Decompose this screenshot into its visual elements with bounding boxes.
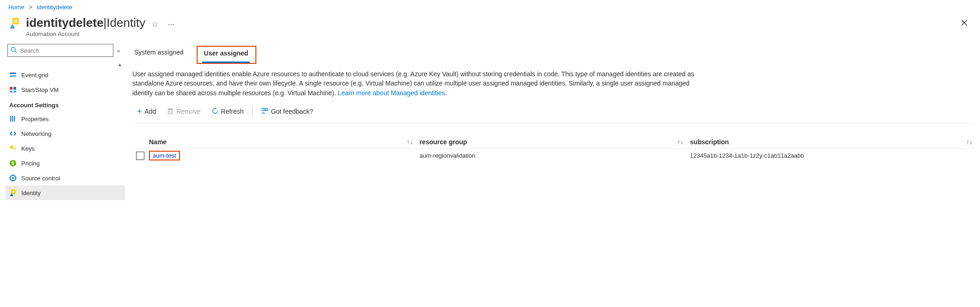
sidebar-item-label: Networking — [21, 130, 51, 137]
page-title-name: identitydelete — [26, 16, 104, 30]
feedback-button[interactable]: Got feedback? — [256, 105, 318, 118]
svg-point-21 — [12, 177, 14, 179]
svg-rect-25 — [168, 109, 173, 110]
tab-user-assigned[interactable]: User assigned — [202, 47, 250, 63]
remove-button[interactable]: Remove — [162, 106, 205, 117]
svg-rect-7 — [10, 75, 16, 77]
identity-name-link[interactable]: aum-test — [149, 151, 180, 160]
tab-description: User assigned managed identities enable … — [132, 64, 701, 99]
refresh-button[interactable]: Refresh — [207, 106, 248, 117]
svg-rect-6 — [10, 73, 16, 74]
feedback-icon — [261, 107, 268, 116]
refresh-icon — [212, 108, 218, 116]
svg-point-3 — [11, 25, 14, 28]
column-resource-group[interactable]: resource group — [420, 138, 467, 146]
sidebar-item-label: Event grid — [21, 72, 49, 79]
svg-rect-8 — [10, 87, 12, 90]
svg-line-5 — [15, 51, 17, 53]
favorite-button[interactable]: ☆ — [149, 17, 161, 31]
add-button[interactable]: + Add — [132, 105, 161, 118]
sidebar-item-keys[interactable]: Keys — [6, 141, 125, 156]
row-resource-group: aum-regionvalidation — [420, 152, 690, 159]
breadcrumb-separator: > — [29, 4, 32, 11]
sidebar-section-account-settings: Account Settings — [6, 97, 125, 111]
search-icon — [11, 47, 17, 55]
svg-rect-11 — [13, 91, 16, 92]
row-subscription: 12345a1b-1234-1a1b-1z2y-c1ab11a2aabb — [690, 152, 961, 159]
svg-rect-12 — [10, 116, 11, 122]
page-title-section: Identity — [106, 16, 145, 30]
svg-rect-17 — [15, 148, 16, 150]
sidebar-item-properties[interactable]: Properties — [6, 111, 125, 126]
toolbar: + Add Remove Refresh Got feedbac — [132, 99, 974, 123]
table-row: aum-test aum-regionvalidation 12345a1b-1… — [132, 149, 974, 163]
column-name[interactable]: Name — [149, 138, 167, 146]
keys-icon — [9, 145, 17, 152]
more-button[interactable]: ⋯ — [165, 17, 178, 31]
page-title: identitydelete | Identity ☆ ⋯ — [26, 16, 178, 31]
automation-account-icon — [8, 17, 21, 30]
sidebar-item-networking[interactable]: Networking — [6, 126, 125, 141]
column-subscription[interactable]: subscription — [690, 138, 729, 146]
svg-point-4 — [11, 47, 15, 51]
sidebar-item-label: Source control — [21, 175, 60, 182]
breadcrumb-home[interactable]: Home — [8, 4, 25, 11]
event-grid-icon — [9, 71, 17, 79]
sidebar-item-label: Properties — [21, 116, 49, 123]
sort-icon[interactable]: ↑↓ — [677, 138, 683, 146]
identity-icon — [9, 189, 17, 196]
search-box[interactable] — [7, 44, 113, 57]
collapse-sidebar-button[interactable]: « — [117, 47, 120, 54]
callout-box-user-assigned-tab: User assigned — [197, 46, 257, 64]
identity-table: Name ↑↓ resource group ↑↓ subscription ↑… — [132, 135, 974, 163]
breadcrumb: Home > identitydelete — [0, 0, 980, 12]
svg-rect-9 — [13, 87, 16, 90]
breadcrumb-current[interactable]: identitydelete — [37, 4, 73, 11]
add-label: Add — [145, 108, 156, 115]
sidebar: « ▲ Event grid Start/Stop VM Account Set… — [0, 42, 125, 200]
sidebar-item-identity[interactable]: Identity — [6, 185, 125, 200]
plus-icon: + — [137, 107, 142, 117]
sidebar-item-pricing[interactable]: $ Pricing — [6, 156, 125, 171]
trash-icon — [167, 108, 174, 116]
svg-point-23 — [12, 191, 14, 193]
sidebar-item-label: Identity — [21, 190, 41, 196]
svg-rect-10 — [10, 91, 12, 92]
sort-icon[interactable]: ↑↓ — [407, 138, 413, 146]
source-control-icon — [9, 174, 17, 182]
svg-point-28 — [262, 108, 265, 111]
svg-point-2 — [15, 20, 17, 22]
sidebar-item-label: Pricing — [21, 160, 40, 167]
close-button[interactable] — [957, 15, 972, 31]
refresh-label: Refresh — [221, 108, 244, 115]
page-title-sep: | — [104, 16, 107, 30]
remove-label: Remove — [176, 108, 200, 115]
table-header: Name ↑↓ resource group ↑↓ subscription ↑… — [132, 135, 974, 149]
sidebar-item-label: Start/Stop VM — [21, 86, 59, 93]
sort-icon[interactable]: ↑↓ — [966, 138, 973, 146]
search-input[interactable] — [19, 47, 110, 55]
page-subtitle: Automation Account — [0, 31, 980, 42]
properties-icon — [9, 115, 17, 123]
toolbar-divider — [252, 107, 253, 116]
page-header: identitydelete | Identity ☆ ⋯ — [0, 12, 980, 31]
svg-rect-29 — [265, 109, 268, 111]
svg-rect-24 — [168, 109, 173, 114]
feedback-label: Got feedback? — [271, 108, 313, 115]
svg-text:$: $ — [12, 161, 14, 166]
tabs: System assigned User assigned — [132, 42, 974, 64]
svg-rect-13 — [12, 116, 13, 122]
sidebar-item-source-control[interactable]: Source control — [6, 171, 125, 185]
row-checkbox[interactable] — [136, 152, 144, 160]
sidebar-item-startstop-vm[interactable]: Start/Stop VM — [6, 82, 125, 97]
pricing-icon: $ — [9, 160, 17, 167]
svg-rect-14 — [14, 116, 15, 122]
tab-system-assigned[interactable]: System assigned — [132, 46, 186, 64]
scroll-up-icon: ▲ — [118, 62, 122, 67]
startstop-vm-icon — [9, 86, 17, 93]
sidebar-item-label: Keys — [21, 145, 35, 152]
main-content: System assigned User assigned User assig… — [125, 42, 980, 200]
learn-more-link[interactable]: Learn more about Managed identities. — [338, 89, 447, 97]
sidebar-item-event-grid[interactable]: Event grid — [6, 68, 125, 82]
networking-icon — [9, 130, 17, 137]
